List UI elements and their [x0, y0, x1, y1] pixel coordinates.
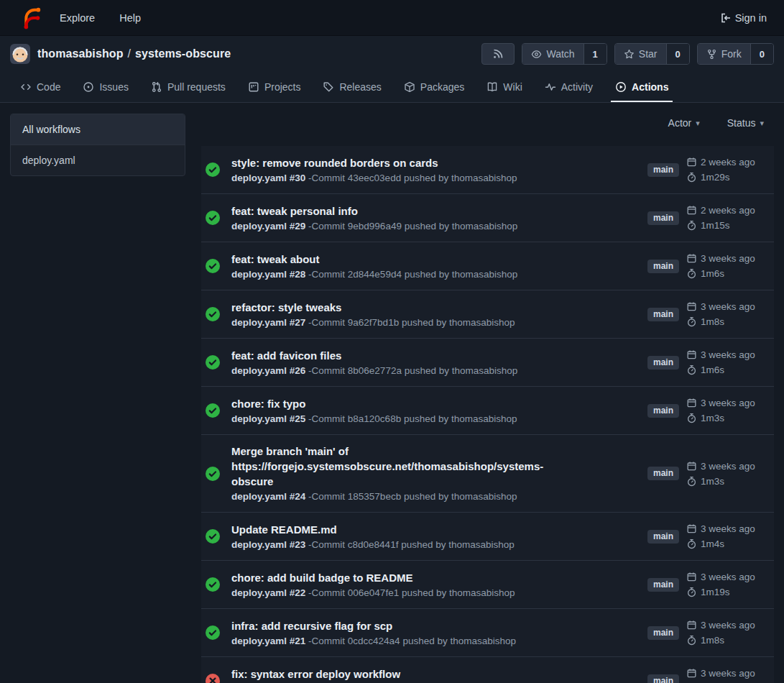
- run-row[interactable]: infra: add recursive flag for scp deploy…: [201, 608, 774, 656]
- status-filter-dropdown[interactable]: Status ▾: [727, 117, 764, 129]
- run-row[interactable]: Update README.md deploy.yaml #23 -Commit…: [201, 512, 774, 560]
- run-times: 2 weeks ago 1m15s: [686, 203, 773, 233]
- run-title-link[interactable]: style: remove rounded borders on cards: [231, 155, 569, 170]
- nav-link-explore[interactable]: Explore: [60, 12, 95, 24]
- sidebar-item-deploy-yaml[interactable]: deploy.yaml: [11, 145, 185, 175]
- branch-badge[interactable]: main: [647, 308, 679, 321]
- watch-count[interactable]: 1: [584, 44, 607, 64]
- run-workflow-number: deploy.yaml #26: [231, 365, 305, 376]
- forgejo-logo-icon[interactable]: [19, 6, 44, 30]
- repo-owner-link[interactable]: thomasabishop: [37, 47, 124, 60]
- branch-badge[interactable]: main: [647, 356, 679, 370]
- fork-label-segment[interactable]: Fork: [698, 44, 750, 64]
- run-subtitle: deploy.yaml #25 -Commit b8a120c68b pushe…: [231, 412, 636, 426]
- tab-releases[interactable]: Releases: [317, 72, 387, 102]
- run-row[interactable]: fix: syntax error deploy workflow deploy…: [201, 656, 774, 683]
- code-icon: [20, 81, 32, 93]
- run-status: [206, 529, 220, 544]
- star-button[interactable]: Star 0: [614, 43, 690, 65]
- tab-activity[interactable]: Activity: [539, 72, 599, 102]
- branch-badge[interactable]: main: [647, 163, 679, 177]
- fork-count[interactable]: 0: [750, 44, 773, 64]
- tab-issues[interactable]: Issues: [77, 72, 134, 102]
- tab-label: Issues: [99, 81, 128, 93]
- sign-in-button[interactable]: Sign in: [720, 12, 767, 24]
- run-main: fix: syntax error deploy workflow deploy…: [231, 666, 636, 683]
- run-title-link[interactable]: feat: add favicon files: [231, 348, 569, 363]
- run-date-line: 2 weeks ago: [686, 203, 773, 218]
- tab-projects[interactable]: Projects: [242, 72, 307, 102]
- run-subtitle: deploy.yaml #26 -Commit 8b06e2772a pushe…: [231, 364, 636, 377]
- fork-icon: [706, 49, 717, 60]
- top-navbar: Explore Help Sign in: [0, 0, 784, 36]
- run-status: [206, 162, 220, 177]
- run-row[interactable]: style: remove rounded borders on cards d…: [201, 146, 774, 193]
- run-times: 3 weeks ago 1m8s: [686, 618, 773, 648]
- run-title-link[interactable]: Update README.md: [231, 522, 569, 537]
- run-date-line: 3 weeks ago: [686, 395, 773, 411]
- stopwatch-icon: [686, 538, 697, 549]
- run-workflow-number: deploy.yaml #25: [231, 413, 305, 424]
- watch-button[interactable]: Watch 1: [522, 43, 607, 65]
- tab-actions[interactable]: Actions: [609, 72, 674, 102]
- branch-badge[interactable]: main: [647, 211, 679, 225]
- run-duration-line: 1m8s: [686, 314, 773, 329]
- run-main: feat: tweak personal info deploy.yaml #2…: [231, 203, 636, 233]
- chevron-down-icon: ▾: [760, 119, 764, 128]
- run-title-link[interactable]: infra: add recursive flag for scp: [231, 618, 569, 633]
- tab-label: Packages: [420, 81, 464, 93]
- branch-badge[interactable]: main: [647, 467, 679, 480]
- branch-badge[interactable]: main: [647, 260, 679, 273]
- branch-badge[interactable]: main: [647, 626, 679, 640]
- run-row[interactable]: Merge branch 'main' of https://forgejo.s…: [201, 434, 774, 512]
- run-duration-line: 1m3s: [686, 474, 773, 489]
- run-commit-info: -Commit 2d844e59d4 pushed by thomasabish…: [308, 269, 517, 280]
- branch-badge[interactable]: main: [647, 674, 679, 683]
- run-times: 3 weeks ago 1m6s: [686, 347, 773, 377]
- run-title-link[interactable]: feat: tweak about: [231, 252, 569, 267]
- run-title-link[interactable]: feat: tweak personal info: [231, 203, 569, 219]
- run-times: 2 weeks ago 1m29s: [686, 155, 773, 185]
- run-main: feat: add favicon files deploy.yaml #26 …: [231, 348, 636, 377]
- star-icon: [624, 49, 635, 60]
- nav-link-help[interactable]: Help: [119, 12, 141, 24]
- actions-page: All workflows deploy.yaml Actor ▾ Status…: [0, 103, 784, 683]
- branch-badge[interactable]: main: [647, 578, 679, 592]
- run-row[interactable]: feat: tweak about deploy.yaml #28 -Commi…: [201, 242, 774, 290]
- rss-button[interactable]: [481, 43, 515, 65]
- watch-label-segment[interactable]: Watch: [522, 44, 583, 64]
- run-title-link[interactable]: Merge branch 'main' of https://forgejo.s…: [231, 444, 569, 489]
- run-row[interactable]: chore: fix typo deploy.yaml #25 -Commit …: [201, 386, 774, 434]
- stopwatch-icon: [686, 413, 697, 423]
- run-row[interactable]: chore: add build badge to README deploy.…: [201, 560, 774, 608]
- run-subtitle: deploy.yaml #22 -Commit 006e047fe1 pushe…: [231, 586, 636, 600]
- run-row[interactable]: refactor: style tweaks deploy.yaml #27 -…: [201, 290, 774, 338]
- tab-wiki[interactable]: Wiki: [481, 72, 527, 102]
- tab-packages[interactable]: Packages: [398, 72, 470, 102]
- run-meta: main 3 weeks ago 1m8s: [647, 299, 773, 329]
- star-label-segment[interactable]: Star: [615, 44, 666, 64]
- branch-badge[interactable]: main: [647, 530, 679, 544]
- tab-pull-requests[interactable]: Pull requests: [145, 72, 231, 102]
- chevron-down-icon: ▾: [696, 119, 700, 128]
- star-count[interactable]: 0: [666, 44, 689, 64]
- sidebar-item-all-workflows[interactable]: All workflows: [11, 114, 185, 145]
- run-row[interactable]: feat: add favicon files deploy.yaml #26 …: [201, 338, 774, 386]
- run-title-link[interactable]: fix: syntax error deploy workflow: [231, 666, 569, 682]
- fork-button[interactable]: Fork 0: [697, 43, 774, 65]
- avatar[interactable]: [10, 44, 30, 64]
- run-title-link[interactable]: chore: fix typo: [231, 396, 569, 411]
- git-pull-request-icon: [151, 81, 162, 93]
- run-workflow-number: deploy.yaml #28: [231, 269, 305, 280]
- run-meta: main 3 weeks ago 1m3s: [647, 459, 773, 489]
- tab-code[interactable]: Code: [14, 72, 66, 102]
- run-row[interactable]: feat: tweak personal info deploy.yaml #2…: [201, 193, 774, 242]
- run-duration: 1m15s: [701, 218, 730, 233]
- repo-name-link[interactable]: systems-obscure: [135, 47, 231, 60]
- run-title-link[interactable]: refactor: style tweaks: [231, 300, 569, 315]
- star-label: Star: [639, 48, 658, 60]
- run-title-link[interactable]: chore: add build badge to README: [231, 570, 569, 585]
- branch-badge[interactable]: main: [647, 404, 679, 418]
- run-commit-info: -Commit c8d0e8441f pushed by thomasabish…: [308, 539, 515, 550]
- actor-filter-dropdown[interactable]: Actor ▾: [668, 117, 700, 129]
